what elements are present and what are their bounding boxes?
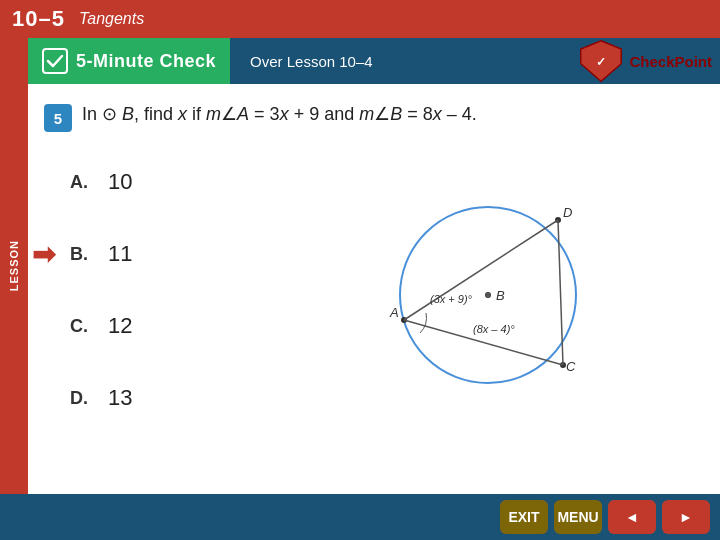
answer-row-d[interactable]: D. 13 [60, 362, 280, 434]
checkpoint-shield-icon: ✓ [578, 38, 624, 84]
svg-line-11 [404, 220, 558, 320]
left-sidebar: LESSON [0, 38, 28, 494]
diagram-area: B A D C [280, 136, 696, 434]
main-content: 5-Minute Check Over Lesson 10–4 ✓ CheckP… [28, 38, 720, 540]
lesson-number: 10–5 [12, 6, 65, 32]
svg-text:B: B [496, 288, 505, 303]
lesson-topic: Tangents [79, 10, 144, 28]
svg-text:✓: ✓ [596, 55, 606, 69]
answer-letter-b: B. [70, 244, 94, 265]
answers-diagram: A. 10 ➡ B. 11 C. 12 D. 13 [44, 146, 696, 434]
question-number-badge: 5 [44, 104, 72, 132]
answer-value-b: 11 [108, 241, 132, 267]
prev-button[interactable]: ◄ [608, 500, 656, 534]
answers-column: A. 10 ➡ B. 11 C. 12 D. 13 [60, 146, 280, 434]
next-button[interactable]: ► [662, 500, 710, 534]
answer-letter-c: C. [70, 316, 94, 337]
check-icon [42, 48, 68, 74]
checkpoint-logo: ✓ CheckPoint [578, 38, 712, 84]
over-lesson-label: Over Lesson 10–4 [250, 53, 578, 70]
answer-row-a[interactable]: A. 10 [60, 146, 280, 218]
bottom-bar: EXIT MENU ◄ ► [0, 494, 720, 540]
svg-text:(8x – 4)°: (8x – 4)° [473, 323, 515, 335]
svg-point-16 [486, 293, 491, 298]
check-badge: 5-Minute Check [28, 38, 230, 84]
menu-button[interactable]: MENU [554, 500, 602, 534]
answer-row-c[interactable]: C. 12 [60, 290, 280, 362]
answer-value-a: 10 [108, 169, 132, 195]
answer-value-d: 13 [108, 385, 132, 411]
question-area: 5 In ⊙ B, find x if m∠A = 3x + 9 and m∠B… [28, 84, 720, 444]
five-min-check-label: 5-Minute Check [76, 51, 216, 72]
checkpoint-label: CheckPoint [629, 53, 712, 70]
question-text: In ⊙ B, find x if m∠A = 3x + 9 and m∠B =… [82, 102, 477, 127]
answer-row-b[interactable]: ➡ B. 11 [60, 218, 280, 290]
exit-button[interactable]: EXIT [500, 500, 548, 534]
svg-text:C: C [566, 359, 576, 374]
answer-value-c: 12 [108, 313, 132, 339]
sidebar-label: LESSON [8, 240, 20, 291]
svg-text:A: A [389, 305, 399, 320]
geometry-diagram: B A D C [358, 165, 618, 405]
checkmark-icon [46, 52, 64, 70]
top-banner: 10–5 Tangents [0, 0, 720, 38]
check-header: 5-Minute Check Over Lesson 10–4 ✓ CheckP… [28, 38, 720, 84]
svg-text:D: D [563, 205, 572, 220]
svg-text:(3x + 9)°: (3x + 9)° [430, 293, 473, 305]
answer-letter-a: A. [70, 172, 94, 193]
answer-arrow-b: ➡ [32, 238, 55, 271]
question-row: 5 In ⊙ B, find x if m∠A = 3x + 9 and m∠B… [44, 102, 696, 132]
answer-letter-d: D. [70, 388, 94, 409]
